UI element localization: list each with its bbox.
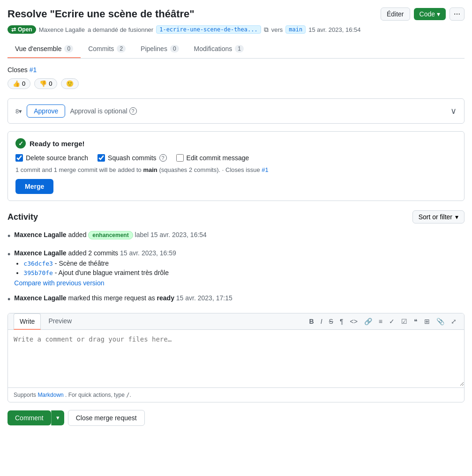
edit-commit-message-checkbox[interactable] [176,154,184,162]
squash-commits-checkbox[interactable] [97,154,105,162]
header-actions: Éditer Code ▾ ⋯ [381,7,465,21]
quick-actions-code: / [126,392,129,398]
close-merge-request-button[interactable]: Close merge request [68,410,145,426]
bottom-actions: Comment ▾ Close merge request [7,410,465,426]
link-button[interactable]: 🔗 [362,316,374,327]
activity-title: Activity [7,212,38,222]
author-name: Maxence Lagalle [39,26,85,33]
thumbs-down-icon: 👎 [39,80,47,87]
timestamp: 15 avr. 2023, 16:54 [308,26,360,33]
vers-text: vers [271,26,283,33]
ready-message: Ready to merge! [30,140,85,148]
commit-link-2[interactable]: 395b70fe [23,269,53,276]
activity-header: Activity Sort or filter ▾ [7,210,465,223]
comment-dropdown-button[interactable]: ▾ [51,410,64,425]
approval-box: 8▾ Approve Approval is optional ? ∨ [7,98,465,124]
ordered-list-button[interactable]: ¶ [338,316,345,327]
unordered-list-button[interactable]: ≡ [377,316,384,327]
source-branch-link[interactable]: 1-ecrire-une-scene-de-thea... [156,25,261,34]
thumbs-up-reaction[interactable]: 👍 0 [7,78,30,89]
target-branch: main [285,25,306,34]
tab-overview[interactable]: Vue d'ensemble 0 [7,40,81,58]
list-item: 395b70fe - Ajout d'une blague vraiment t… [23,269,465,276]
comment-toolbar: B I S ¶ <> 🔗 ≡ ✓ ☑ ❝ ⊞ 📎 ⤢ [307,316,458,327]
chevron-down-icon: ▾ [455,213,458,221]
comment-tab-group: Write Preview [14,313,79,329]
emoji-icon: 🙂 [66,80,74,87]
merge-options: Delete source branch Squash commits ? Ed… [15,154,457,162]
markdown-link[interactable]: Markdown [37,392,63,398]
bullet-icon: • [7,249,10,287]
activity-content-1: Maxence Lagalle added enhancement label … [14,231,465,242]
commit-list: c36dcfe3 - Scène de théâtre 395b70fe - A… [14,260,465,276]
code-label: Code [420,10,435,18]
help-icon[interactable]: ? [129,107,137,115]
edit-button[interactable]: Éditer [381,7,410,21]
comment-box: Write Preview B I S ¶ <> 🔗 ≡ ✓ ☑ ❝ ⊞ 📎 ⤢… [7,313,465,402]
activity-content-3: Maxence Lagalle marked this merge reques… [14,294,465,305]
tab-preview[interactable]: Preview [46,313,74,329]
comment-footer: Supports Markdown . For quick actions, t… [8,387,464,402]
attach-button[interactable]: 📎 [435,316,446,327]
code-button[interactable]: Code ▾ [414,8,446,20]
squash-commits-option[interactable]: Squash commits ? [97,154,166,162]
compare-link[interactable]: Compare with previous version [14,279,104,287]
sort-filter-button[interactable]: Sort or filter ▾ [412,210,465,223]
fullscreen-button[interactable]: ⤢ [449,316,458,327]
page-title: Resolve "Ecrire une scène de théâtre" [7,8,195,20]
squash-help-icon[interactable]: ? [159,154,167,162]
activity-content-2: Maxence Lagalle added 2 commits 15 avr. … [14,249,465,287]
thumbs-up-icon: 👍 [13,80,20,87]
commit-link-1[interactable]: c36dcfe3 [23,260,53,267]
tab-pipelines[interactable]: Pipelines 0 [133,40,187,58]
reactions: 👍 0 👎 0 🙂 [7,78,465,89]
tab-commits[interactable]: Commits 2 [81,40,133,58]
italic-button[interactable]: I [319,316,324,327]
merge-icon: ⇄ [11,26,16,33]
enhancement-badge: enhancement [88,231,133,239]
comment-textarea[interactable] [8,330,464,386]
more-options-button[interactable]: ⋯ [450,7,465,21]
activity-section: Activity Sort or filter ▾ • Maxence Laga… [7,210,465,305]
meta-row: ⇄ Open Maxence Lagalle a demandé de fusi… [7,25,465,34]
approve-button[interactable]: Approve [27,104,65,118]
tab-modifications[interactable]: Modifications 1 [187,40,251,58]
approval-chevron-button[interactable]: ∨ [450,106,457,116]
merge-info: 1 commit and 1 merge commit will be adde… [15,166,457,173]
table-button[interactable]: ⊞ [422,316,432,327]
indent-button[interactable]: ☑ [399,316,409,327]
list-item: • Maxence Lagalle added 2 commits 15 avr… [7,249,465,287]
closes-issue-link[interactable]: #1 [30,66,37,74]
comment-button[interactable]: Comment [7,410,51,425]
comment-button-group: Comment ▾ [7,410,64,425]
strikethrough-button[interactable]: S [327,316,335,327]
delete-branch-checkbox[interactable] [15,154,23,162]
thumbs-down-reaction[interactable]: 👎 0 [34,78,57,89]
ready-header: ✓ Ready to merge! [15,138,457,149]
chevron-down-icon: ▾ [437,10,440,18]
edit-commit-message-option[interactable]: Edit commit message [176,154,249,162]
code-button-toolbar[interactable]: <> [348,316,359,327]
bullet-icon: • [7,231,10,242]
tabs: Vue d'ensemble 0 Commits 2 Pipelines 0 M… [7,40,465,59]
merge-button[interactable]: Merge [15,179,53,194]
ready-to-merge-box: ✓ Ready to merge! Delete source branch S… [7,131,465,201]
tab-write[interactable]: Write [14,313,41,330]
checklist-button[interactable]: ✓ [387,316,397,327]
bold-button[interactable]: B [307,316,316,327]
approver-count: 8▾ [15,108,22,115]
comment-tabs-bar: Write Preview B I S ¶ <> 🔗 ≡ ✓ ☑ ❝ ⊞ 📎 ⤢ [8,313,464,330]
emoji-reaction[interactable]: 🙂 [61,78,79,89]
page-header: Resolve "Ecrire une scène de théâtre" Éd… [7,7,465,21]
approval-left: 8▾ Approve Approval is optional ? [15,104,137,118]
activity-list: • Maxence Lagalle added enhancement labe… [7,231,465,305]
copy-icon[interactable]: ⧉ [264,26,269,34]
issue-link-merge[interactable]: #1 [262,166,268,173]
action-text: a demandé de fusionner [88,26,153,33]
list-item: c36dcfe3 - Scène de théâtre [23,260,465,267]
closes-line: Closes #1 [7,66,465,74]
bullet-icon: • [7,294,10,305]
blockquote-button[interactable]: ❝ [412,316,420,327]
list-item: • Maxence Lagalle added enhancement labe… [7,231,465,242]
delete-branch-option[interactable]: Delete source branch [15,154,88,162]
